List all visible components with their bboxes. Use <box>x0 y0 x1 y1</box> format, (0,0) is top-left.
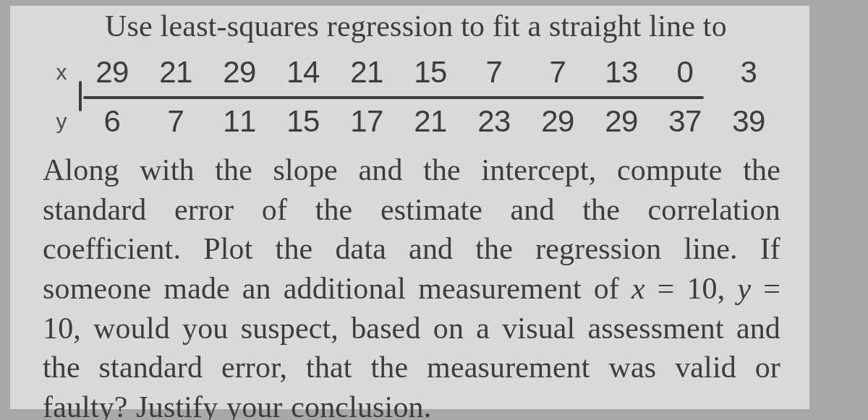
x-cell: 0 <box>653 48 717 97</box>
y-cell: 23 <box>462 97 526 146</box>
row-label-y: y <box>43 97 80 146</box>
y-cell: 37 <box>653 97 717 146</box>
x-cell: 21 <box>335 48 399 97</box>
y-cell: 17 <box>335 97 399 146</box>
row-label-x: x <box>43 48 80 97</box>
body-seg-2: = 10, <box>645 272 738 305</box>
data-table: x y 296217291114152117152172372913290373… <box>43 48 780 146</box>
x-cell: 7 <box>462 48 526 97</box>
row-labels: x y <box>43 48 80 146</box>
data-column: 339 <box>717 48 780 146</box>
y-cell: 11 <box>208 97 271 146</box>
axis-tick <box>79 81 82 111</box>
y-cell: 6 <box>80 97 144 146</box>
x-cell: 7 <box>526 48 590 97</box>
y-cell: 7 <box>144 97 208 146</box>
problem-body: Along with the slope and the intercept, … <box>43 150 780 420</box>
body-var-y: y <box>737 272 751 305</box>
horizontal-rule <box>83 96 704 99</box>
x-cell: 21 <box>144 48 208 97</box>
x-cell: 3 <box>717 48 780 97</box>
y-cell: 15 <box>271 97 335 146</box>
y-cell: 21 <box>399 97 462 146</box>
x-cell: 14 <box>271 48 335 97</box>
y-cell: 39 <box>717 97 780 146</box>
x-cell: 29 <box>208 48 271 97</box>
y-cell: 29 <box>526 97 590 146</box>
x-cell: 13 <box>590 48 653 97</box>
x-cell: 15 <box>399 48 462 97</box>
y-cell: 29 <box>590 97 653 146</box>
x-cell: 29 <box>80 48 144 97</box>
body-var-x: x <box>631 272 645 305</box>
data-columns: 29621729111415211715217237291329037339 <box>80 48 780 146</box>
problem-page: Use least-squares regression to fit a st… <box>10 6 809 409</box>
problem-prompt: Use least-squares regression to fit a st… <box>43 6 780 48</box>
